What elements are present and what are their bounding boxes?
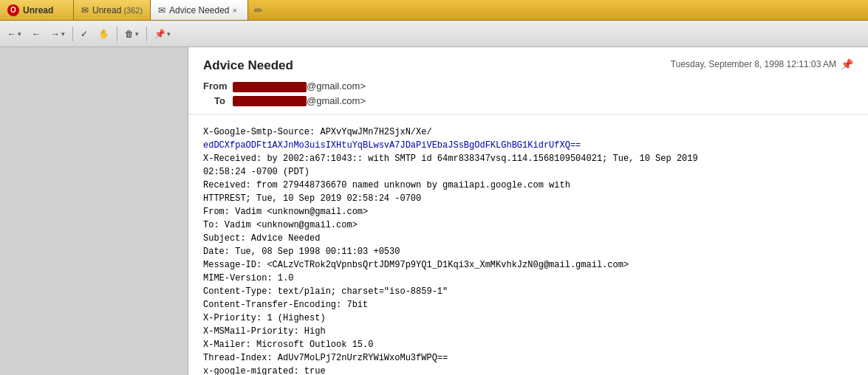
email-fields: From @gmail.com> To @gmail.com> bbox=[203, 80, 853, 106]
unread-tab-label: Unread bbox=[92, 5, 121, 16]
email-body-line: To: Vadim <unknown@gmail.com> bbox=[203, 219, 853, 232]
email-body-line: Date: Tue, 08 Sep 1998 00:11:03 +0530 bbox=[203, 245, 853, 258]
hand-icon: ✋ bbox=[98, 29, 109, 39]
email-body-line: edDCXfpaODFt1AXJnMo3uisIXHtuYqBLwsvA7JDa… bbox=[203, 139, 853, 152]
email-body-line: Content-Type: text/plain; charset="iso-8… bbox=[203, 285, 853, 298]
tab-close-button[interactable]: × bbox=[230, 5, 240, 16]
back-dropdown-arrow[interactable]: ▾ bbox=[18, 30, 21, 38]
email-body[interactable]: X-Google-Smtp-Source: APXvYqwJMn7H2SjxN/… bbox=[188, 114, 868, 375]
email-content: Advice Needed Tuesday, September 8, 1998… bbox=[188, 47, 868, 375]
prev-icon: ← bbox=[32, 29, 41, 39]
tab-unread[interactable]: ✉ Unread (362) bbox=[74, 0, 151, 20]
email-body-line: X-Google-Smtp-Source: APXvYqwJMn7H2SjxN/… bbox=[203, 125, 853, 139]
opera-mail-label: Unread bbox=[23, 5, 53, 16]
advice-tab-label: Advice Needed bbox=[169, 5, 229, 16]
email-body-line: Message-ID: <CALzVcTRok2qVpnbsQrtJDM97p9… bbox=[203, 258, 853, 272]
opera-logo-icon: O bbox=[7, 4, 19, 16]
email-body-line: 02:58:24 -0700 (PDT) bbox=[203, 165, 853, 179]
email-date: Tuesday, September 8, 1998 12:11:03 AM bbox=[671, 59, 836, 69]
toolbar: ← ▾ ← → ▾ ✓ ✋ 🗑 ▾ 📌 ▾ bbox=[0, 21, 868, 47]
title-bar: O Unread ✉ Unread (362) ✉ Advice Needed … bbox=[0, 0, 868, 21]
prev-message-button[interactable]: ← bbox=[27, 27, 45, 41]
email-date-row: Tuesday, September 8, 1998 12:11:03 AM 📌 bbox=[671, 58, 853, 70]
from-field: From @gmail.com> bbox=[203, 80, 853, 92]
email-subject-row: Advice Needed Tuesday, September 8, 1998… bbox=[203, 58, 853, 73]
from-redacted bbox=[233, 82, 307, 92]
attach-dropdown-arrow[interactable]: ▾ bbox=[167, 30, 171, 38]
email-body-line: X-MSMail-Priority: High bbox=[203, 325, 853, 338]
email-body-line: Thread-Index: AdUv7MoLPj72nUrzRYWiWxoMu3… bbox=[203, 351, 853, 365]
unread-count: (362) bbox=[121, 6, 143, 15]
next-icon: → bbox=[51, 29, 60, 39]
to-field: To @gmail.com> bbox=[203, 95, 853, 107]
next-dropdown-arrow[interactable]: ▾ bbox=[61, 30, 65, 38]
to-redacted bbox=[233, 96, 307, 106]
email-body-line: X-Mailer: Microsoft Outlook 15.0 bbox=[203, 338, 853, 351]
envelope-icon-unread: ✉ bbox=[81, 5, 89, 16]
paperclip-icon: 📌 bbox=[154, 29, 165, 39]
compose-button[interactable]: ✏ bbox=[248, 0, 269, 20]
email-header: Advice Needed Tuesday, September 8, 1998… bbox=[188, 47, 868, 114]
to-label: To bbox=[203, 95, 225, 106]
email-subject: Advice Needed bbox=[203, 58, 293, 73]
email-body-line: From: Vadim <unknown@gmail.com> bbox=[203, 205, 853, 219]
tab-advice-needed[interactable]: ✉ Advice Needed × bbox=[151, 0, 248, 20]
email-body-line: Received: from 279448736670 named unknow… bbox=[203, 179, 853, 192]
spam-button[interactable]: ✋ bbox=[94, 27, 114, 41]
email-body-line: X-Priority: 1 (Highest) bbox=[203, 312, 853, 325]
from-email-suffix: @gmail.com> bbox=[307, 80, 366, 92]
opera-mail-tab[interactable]: O Unread bbox=[0, 0, 74, 20]
back-icon: ← bbox=[7, 29, 16, 39]
pin-icon: 📌 bbox=[841, 58, 853, 70]
trash-icon: 🗑 bbox=[125, 29, 134, 39]
sep1 bbox=[72, 27, 73, 41]
mark-read-button[interactable]: ✓ bbox=[76, 27, 92, 41]
from-label: From bbox=[203, 80, 225, 92]
compose-icon: ✏ bbox=[254, 4, 263, 16]
email-body-line: Content-Transfer-Encoding: 7bit bbox=[203, 298, 853, 312]
back-button[interactable]: ← ▾ bbox=[3, 27, 26, 41]
email-body-line: HTTPREST; Tue, 10 Sep 2019 02:58:24 -070… bbox=[203, 192, 853, 205]
sep3 bbox=[146, 27, 147, 41]
email-body-line: MIME-Version: 1.0 bbox=[203, 272, 853, 285]
email-body-line: Subject: Advice Needed bbox=[203, 232, 853, 245]
from-value: @gmail.com> bbox=[233, 80, 366, 92]
main-area: Advice Needed Tuesday, September 8, 1998… bbox=[0, 47, 868, 375]
delete-button[interactable]: 🗑 ▾ bbox=[120, 27, 143, 41]
email-body-line: x-google-migrated: true bbox=[203, 365, 853, 375]
delete-dropdown-arrow[interactable]: ▾ bbox=[135, 30, 139, 38]
envelope-icon-advice: ✉ bbox=[158, 5, 165, 16]
sidebar bbox=[0, 47, 188, 375]
attach-button[interactable]: 📌 ▾ bbox=[150, 27, 175, 41]
to-email-suffix: @gmail.com> bbox=[307, 95, 366, 106]
next-message-button[interactable]: → ▾ bbox=[47, 27, 69, 41]
sep2 bbox=[117, 27, 117, 41]
checkmark-icon: ✓ bbox=[81, 29, 88, 39]
to-value: @gmail.com> bbox=[233, 95, 366, 107]
email-body-line: X-Received: by 2002:a67:1043:: with SMTP… bbox=[203, 152, 853, 165]
